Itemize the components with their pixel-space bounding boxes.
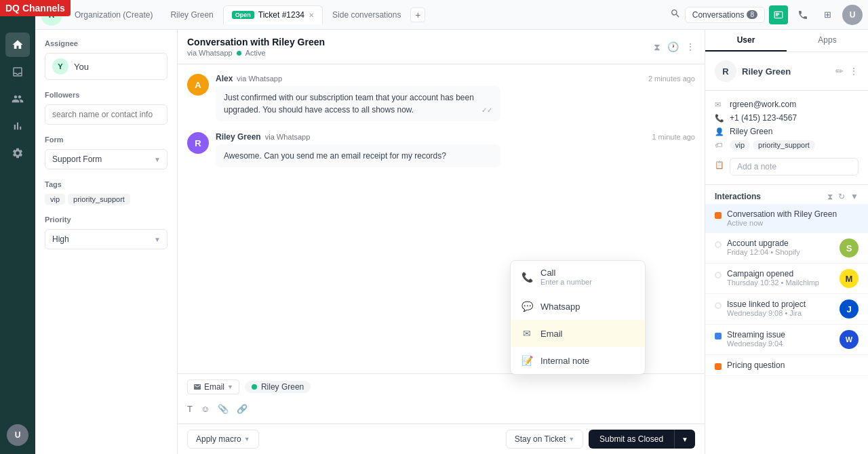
tag-info-icon: 🏷 [715,141,724,149]
sidebar-icon-analytics[interactable] [5,114,30,138]
tab-org[interactable]: Organization (Create) [66,6,161,24]
more-contact-icon[interactable]: ⋮ [849,66,859,77]
call-icon: 📞 [520,270,534,284]
tab-apps[interactable]: Apps [787,30,868,51]
interaction-dot-jira [715,302,722,309]
interaction-active-conv[interactable]: Conversation with Riley Green Active now [705,204,868,233]
sidebar-icon-contacts[interactable] [5,87,30,111]
tab-ticket[interactable]: Open Ticket #1234 ✕ [223,5,323,24]
agent-online-dot [252,384,257,390]
interactions-list: Conversation with Riley Green Active now… [705,204,868,376]
interaction-title-jira: Issue linked to project [727,300,834,309]
attach-icon[interactable]: 📎 [218,404,229,414]
compose-agent-badge: Riley Green [245,381,311,393]
text-format-icon[interactable]: T [187,404,193,414]
interaction-title-shopify: Account upgrade [727,239,834,248]
collapse-interactions-icon[interactable]: ▼ [850,192,859,201]
emoji-icon[interactable]: ☺ [201,404,210,414]
contact-email: rgreen@work.com [730,100,796,109]
clock-icon[interactable]: 🕐 [667,41,679,53]
sidebar-icon-settings[interactable] [5,141,30,165]
stay-on-ticket-button[interactable]: Stay on Ticket ▼ [506,430,583,449]
tab-side-convos[interactable]: Side conversations [324,6,409,24]
interactions-actions: ⧗ ↻ ▼ [827,192,859,201]
alex-tick-icon: ✓✓ [481,105,492,115]
status-green-button[interactable] [769,5,788,24]
interaction-content-conv: Conversation with Riley Green Active now [727,209,859,227]
user-avatar[interactable]: U [7,424,28,446]
tab-bar: R Organization (Create) Riley Green Open… [35,0,868,30]
refresh-interactions-icon[interactable]: ↻ [838,192,845,201]
interaction-jira[interactable]: Issue linked to project Wednesday 9:08 •… [705,294,868,325]
tag-priority-support[interactable]: priority_support [68,194,130,205]
interaction-mailchimp[interactable]: Campaign opened Thursday 10:32 • Mailchi… [705,264,868,294]
more-icon[interactable]: ⋮ [686,41,695,53]
alex-time: 2 minutes ago [648,75,695,83]
dropdown-call[interactable]: 📞 Call Enter a number [511,261,645,293]
interaction-sub-streaming: Wednesday 9:04 [727,339,834,348]
alex-message-content: Alex via Whatsapp 2 minutes ago Just con… [216,74,695,121]
assignee-selector[interactable]: Y You [45,53,167,80]
search-button[interactable] [667,5,684,24]
interaction-content-mailchimp: Campaign opened Thursday 10:32 • Mailchi… [727,269,834,287]
riley-message-text: Awesome. Can you send me an email receip… [224,151,446,161]
interaction-sub-jira: Wednesday 9:08 • Jira [727,309,834,317]
email-icon: ✉ [520,327,534,340]
followers-input[interactable] [45,104,167,125]
contact-tag-priority[interactable]: priority_support [753,140,815,150]
note-info-icon: 📋 [715,161,724,169]
contact-tag-vip[interactable]: vip [730,140,750,150]
interaction-streaming[interactable]: Streaming issue Wednesday 9:04 W [705,325,868,355]
tab-riley[interactable]: Riley Green [162,6,221,24]
tab-close-icon[interactable]: ✕ [309,12,314,19]
add-note-input[interactable]: Add a note [730,158,859,176]
message-riley: R Riley Green via Whatsapp 1 minute ago … [187,132,695,167]
phone-row: 📞 +1 (415) 123-4567 [715,111,859,125]
tab-user[interactable]: User [705,30,787,51]
tag-vip[interactable]: vip [45,194,65,205]
sidebar-icon-home[interactable] [5,33,30,57]
compose-email-select[interactable]: Email ▼ [187,379,239,394]
filter-icon[interactable]: ⧗ [654,41,660,53]
tab-add-button[interactable]: + [410,7,425,22]
phone-info-icon: 📞 [715,114,724,123]
submit-dropdown-button[interactable]: ▼ [674,430,695,449]
interaction-pricing[interactable]: Pricing question [705,355,868,376]
dropdown-internal-note[interactable]: 📝 Internal note [511,347,645,374]
active-indicator [237,51,241,56]
apply-macro-button[interactable]: Apply macro ▼ [187,430,259,449]
submit-button[interactable]: Submit as Closed [589,430,674,449]
sidebar-icon-inbox[interactable] [5,60,30,84]
form-select[interactable]: Support Form [45,149,167,169]
conversations-button[interactable]: Conversations 8 [685,7,765,23]
tags-label: Tags [45,180,167,188]
jira-app-icon: J [840,300,859,318]
interaction-content-shopify: Account upgrade Friday 12:04 • Shopify [727,239,834,256]
interaction-shopify[interactable]: Account upgrade Friday 12:04 • Shopify S [705,233,868,264]
link-icon[interactable]: 🔗 [237,404,248,414]
form-select-wrapper: Support Form ▼ [45,149,167,169]
header-user-avatar[interactable]: U [842,5,863,25]
phone-icon-button[interactable] [793,5,812,24]
compose-agent-label: Riley Green [261,382,304,392]
form-label: Form [45,136,167,144]
filter-interactions-icon[interactable]: ⧗ [827,192,833,201]
status-label: Active [245,49,266,57]
dropdown-whatsapp[interactable]: 💬 Whatsapp [511,293,645,320]
riley-time: 1 minute ago [652,133,695,141]
assignee-label: Assignee [45,39,167,47]
interaction-icon-blue [715,333,722,339]
ticket-badge: Open [232,11,254,19]
interaction-title-pricing: Pricing question [727,360,859,370]
apps-icon-button[interactable]: ⊞ [818,5,837,24]
call-option: Call Enter a number [540,268,592,286]
conversation-header: Conversation with Riley Green via Whatsa… [178,30,705,64]
dropdown-email[interactable]: ✉ Email [511,320,645,347]
interaction-content-jira: Issue linked to project Wednesday 9:08 •… [727,300,834,317]
priority-select[interactable]: High Medium Low [45,229,167,249]
assignee-value: You [74,62,89,72]
left-panel: Assignee Y You Followers Form Support Fo… [35,30,178,454]
edit-contact-icon[interactable]: ✏ [835,66,844,77]
compose-type-dropdown: 📞 Call Enter a number 💬 Whatsapp ✉ [510,260,646,375]
compose-toolbar: T ☺ 📎 🔗 [187,400,695,418]
